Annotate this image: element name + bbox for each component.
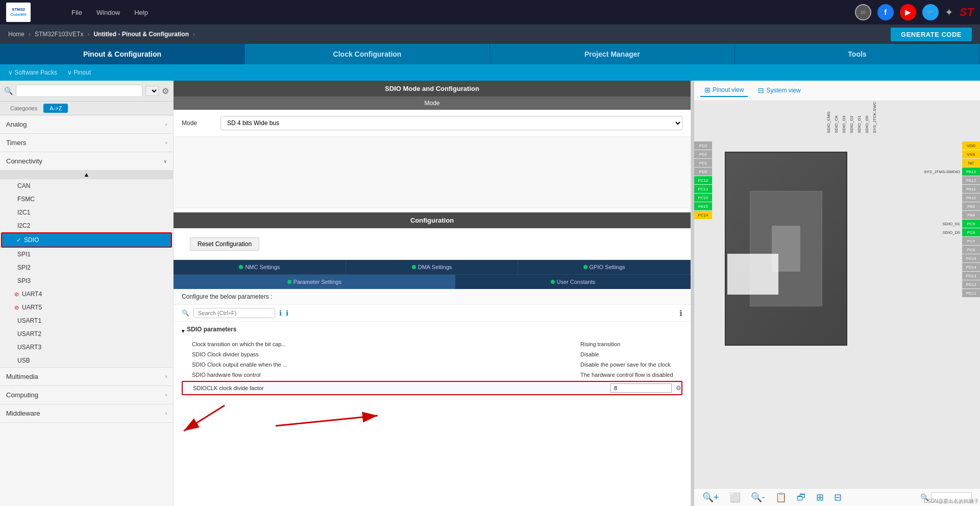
sidebar-item-i2c2[interactable]: I2C2 — [0, 219, 173, 232]
pin-box-pa11[interactable]: PA11 — [962, 185, 980, 193]
sidebar-item-can[interactable]: CAN — [0, 179, 173, 192]
param-input-clock-divide[interactable] — [610, 383, 672, 393]
grid-icon[interactable]: ⊞ — [816, 492, 824, 503]
tab-user-constants[interactable]: User Constants — [455, 275, 691, 289]
sidebar-item-fsmc[interactable]: FSMC — [0, 192, 173, 206]
sidebar-item-uart4[interactable]: ⊘UART4 — [0, 287, 173, 301]
section-header-middleware[interactable]: Middleware › — [0, 404, 173, 422]
columns-icon[interactable]: ⊟ — [834, 492, 842, 503]
menu-help[interactable]: Help — [134, 9, 148, 16]
tab-parameter-settings[interactable]: Parameter Settings — [174, 275, 455, 289]
breadcrumb-arrow-2: › — [87, 31, 89, 38]
pin-box-pc8[interactable]: PC8 — [962, 228, 980, 236]
tab-pinout-configuration[interactable]: Pinout & Configuration — [0, 44, 245, 64]
sidebar-item-i2c1[interactable]: I2C1 — [0, 206, 173, 219]
section-header-timers[interactable]: Timers › — [0, 134, 173, 152]
layout-icon[interactable]: 🗗 — [797, 492, 806, 503]
params-search-input[interactable] — [193, 308, 275, 318]
tab-nmc-settings[interactable]: NMC Settings — [174, 260, 346, 274]
pin-box-pd13[interactable]: PD13 — [962, 272, 980, 280]
sidebar-item-uart5[interactable]: ⊘UART5 — [0, 301, 173, 314]
pin-box-pd15[interactable]: PD15 — [962, 254, 980, 262]
param-row-hw-flow: SDIO hardware flow control The hardware … — [182, 370, 682, 380]
cat-tab-categories[interactable]: Categories — [4, 104, 43, 113]
info-icon-1[interactable]: ℹ — [279, 309, 282, 317]
breadcrumb-home[interactable]: Home — [8, 31, 24, 38]
pin-box-pc9[interactable]: PC9 — [962, 220, 980, 228]
pin-box-pa13[interactable]: PA13 — [962, 167, 980, 176]
info-icon-3[interactable]: ℹ — [679, 308, 682, 318]
pin-box-pa15[interactable]: PA15 — [694, 202, 712, 210]
sdio-collapse-icon[interactable]: ▾ — [182, 328, 185, 334]
pin-box-pc11[interactable]: PC11 — [694, 185, 712, 193]
tab-tools[interactable]: Tools — [735, 44, 980, 64]
pin-box-pd0[interactable]: PD0 — [694, 167, 712, 176]
view-tab-pinout[interactable]: ⊞ Pinout view — [700, 84, 748, 97]
gear-icon[interactable]: ⚙ — [162, 86, 169, 96]
reset-configuration-button[interactable]: Reset Configuration — [190, 237, 259, 251]
twitter-icon[interactable]: 🐦 — [922, 4, 939, 20]
pin-box-pc14[interactable]: PC14 — [694, 211, 712, 219]
menu-file[interactable]: File — [71, 9, 82, 16]
pin-box-pa9[interactable]: PA9 — [962, 202, 980, 210]
pin-box-pd12[interactable]: PD12 — [962, 280, 980, 288]
search-dropdown[interactable] — [145, 86, 159, 96]
generate-code-button[interactable]: GENERATE CODE — [891, 28, 972, 41]
pin-box-pd1[interactable]: PD1 — [694, 159, 712, 167]
sidebar-item-usb[interactable]: USB — [0, 354, 173, 367]
sidebar-item-spi1[interactable]: SPI1 — [0, 248, 173, 261]
tab-project-manager[interactable]: Project Manager — [490, 44, 735, 64]
sidebar-item-spi2[interactable]: SPI2 — [0, 261, 173, 274]
tab-gpio-settings[interactable]: GPIO Settings — [518, 260, 691, 274]
info-icon-2[interactable]: ℹ — [286, 309, 288, 317]
zoom-out-icon[interactable]: 🔍- — [751, 492, 765, 503]
section-header-analog[interactable]: Analog › — [0, 115, 173, 133]
zoom-in-icon[interactable]: 🔍+ — [702, 492, 719, 503]
pin-box-pc12[interactable]: PC12 — [694, 176, 712, 184]
tab-clock-configuration[interactable]: Clock Configuration — [245, 44, 490, 64]
sidebar-item-usart3[interactable]: USART3 — [0, 341, 173, 354]
pin-box-pd2[interactable]: PD2 — [694, 150, 712, 158]
search-input[interactable] — [16, 85, 142, 97]
sidebar-section-connectivity: Connectivity ∨ ▲ CAN FSMC I2C1 I2C2 ✓SDI… — [0, 152, 173, 368]
pin-box-pc7[interactable]: PC7 — [962, 237, 980, 245]
pin-box-vss[interactable]: VSS — [962, 150, 980, 158]
mode-select[interactable]: SD 4 bits Wide bus — [220, 116, 682, 130]
fit-icon[interactable]: ⬜ — [729, 492, 741, 503]
param-gear-icon[interactable]: ⚙ — [676, 384, 681, 392]
section-header-connectivity[interactable]: Connectivity ∨ — [0, 152, 173, 170]
pin-label-sys-jtck: SYS_JTCK-SWC — [871, 101, 878, 134]
section-header-multimedia[interactable]: Multimedia › — [0, 368, 173, 385]
section-header-computing[interactable]: Computing › — [0, 386, 173, 404]
pin-box-pa12[interactable]: PA12 — [962, 176, 980, 184]
pin-box-nc[interactable]: NC — [962, 159, 980, 167]
pin-box-pc6[interactable]: PC6 — [962, 246, 980, 254]
view-tab-system[interactable]: ⊟ System view — [754, 84, 804, 97]
sidebar-item-spi3[interactable]: SPI3 — [0, 274, 173, 287]
left-pin-pd1: PD1 — [694, 159, 712, 167]
pin-box-pd11[interactable]: PD11 — [962, 289, 980, 297]
section-label-connectivity: Connectivity — [6, 157, 42, 165]
search-bar: 🔍 ⚙ — [0, 81, 173, 102]
facebook-icon[interactable]: f — [877, 4, 894, 20]
subtab-pinout[interactable]: ∨ Pinout — [67, 69, 91, 76]
pin-box-pd3[interactable]: PD3 — [694, 141, 712, 150]
left-pin-pc11: PC11 — [694, 185, 712, 193]
sidebar-item-sdio[interactable]: ✓SDIO — [2, 233, 171, 247]
menu-window[interactable]: Window — [96, 9, 120, 16]
pin-box-pa8[interactable]: PA8 — [962, 211, 980, 219]
pin-box-pc10[interactable]: PC10 — [694, 194, 712, 202]
scroll-up-indicator[interactable]: ▲ — [0, 170, 173, 179]
cat-tab-az[interactable]: A->Z — [43, 104, 68, 113]
pin-box-pd14[interactable]: PD14 — [962, 263, 980, 271]
pin-box-pa10[interactable]: PA10 — [962, 194, 980, 202]
pin-box-vdd[interactable]: VDD — [962, 141, 980, 150]
breadcrumb-mcu[interactable]: STM32F103VETx — [35, 31, 83, 38]
youtube-icon[interactable]: ▶ — [900, 4, 916, 20]
tab-dma-settings[interactable]: DMA Settings — [346, 260, 519, 274]
param-row-clock-output: SDIO Clock output enable when the ... Di… — [182, 359, 682, 370]
subtab-software-packs[interactable]: ∨ Software Packs — [8, 69, 57, 76]
sidebar-item-usart1[interactable]: USART1 — [0, 314, 173, 327]
export-icon[interactable]: 📋 — [775, 492, 787, 503]
sidebar-item-usart2[interactable]: USART2 — [0, 327, 173, 341]
